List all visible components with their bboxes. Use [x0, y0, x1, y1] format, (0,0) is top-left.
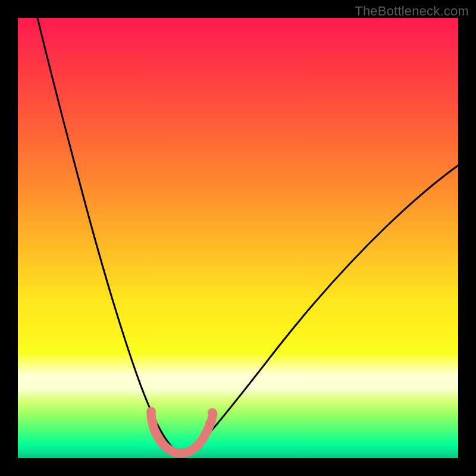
- marker-dot-left-lower: [148, 418, 158, 427]
- marker-band: [151, 413, 213, 453]
- watermark-text: TheBottleneck.com: [355, 4, 469, 19]
- marker-dot-right-upper: [208, 408, 217, 418]
- right-curve-line: [181, 165, 458, 453]
- marker-dot-left-upper: [146, 407, 156, 416]
- left-curve-line: [37, 18, 181, 453]
- curve-overlay: [18, 18, 458, 458]
- plot-frame: [18, 18, 458, 458]
- marker-dot-right-lower: [205, 419, 215, 428]
